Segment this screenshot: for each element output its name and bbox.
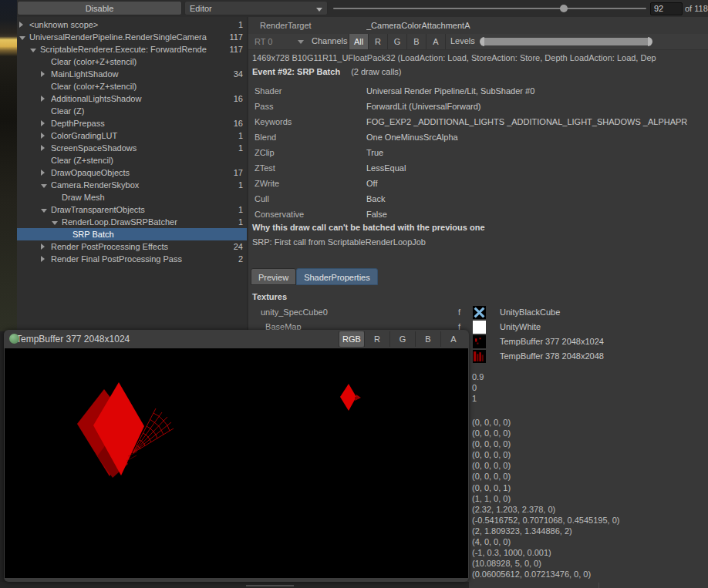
- tree-item[interactable]: ColorGradingLUT1: [17, 129, 247, 142]
- foldout-closed-icon[interactable]: [41, 96, 45, 102]
- foldout-closed-icon[interactable]: [41, 170, 45, 176]
- tree-item[interactable]: UniversalRenderPipeline.RenderSingleCame…: [17, 31, 247, 43]
- tree-item[interactable]: Draw Mesh: [17, 191, 247, 203]
- channel-r-button[interactable]: R: [368, 34, 387, 49]
- tab-preview[interactable]: Preview: [251, 268, 296, 285]
- foldout-closed-icon[interactable]: [41, 145, 45, 151]
- preview-channel-rgb-button[interactable]: RGB: [339, 331, 364, 347]
- frame-debugger-window: Disable Editor 92 of 118 <unknown scope>…: [0, 0, 708, 588]
- event-number-input[interactable]: 92: [650, 2, 683, 15]
- property-label: Conservative: [255, 207, 304, 222]
- foldout-closed-icon[interactable]: [41, 71, 45, 77]
- tree-item-label: UniversalRenderPipeline.RenderSingleCame…: [29, 31, 228, 43]
- tree-item[interactable]: DrawTransparentObjects1: [17, 203, 247, 216]
- preview-header[interactable]: TempBuffer 377 2048x1024 RGBRGBA: [4, 330, 469, 348]
- foldout-closed-icon[interactable]: [41, 256, 45, 262]
- tree-item-count: 34: [232, 68, 247, 80]
- tree-item[interactable]: AdditionalLightsShadow16: [17, 92, 247, 105]
- texture-preview-window: TempBuffer 377 2048x1024 RGBRGBA: [4, 330, 469, 582]
- tab-shaderproperties[interactable]: ShaderProperties: [296, 268, 378, 285]
- disable-button[interactable]: Disable: [17, 1, 182, 15]
- black-cube-texture-icon: [473, 306, 486, 319]
- preview-title: TempBuffer 377 2048x1024: [16, 334, 130, 344]
- foldout-closed-icon[interactable]: [41, 244, 45, 250]
- channel-g-button[interactable]: G: [387, 34, 406, 49]
- event-total-label: of 118: [685, 4, 708, 13]
- foldout-open-icon[interactable]: [41, 209, 47, 213]
- texture-name[interactable]: TempBuffer 378 2048x2048: [500, 351, 604, 361]
- tree-item[interactable]: Camera.RenderSkybox1: [17, 179, 247, 191]
- event-slider[interactable]: [333, 0, 646, 17]
- tree-item-label: Render Final PostProcessing Pass: [51, 253, 237, 265]
- render-target-value: _CameraColorAttachmentA: [366, 21, 470, 30]
- channel-b-button[interactable]: B: [406, 34, 426, 49]
- tree-item[interactable]: MainLightShadow34: [17, 68, 247, 80]
- channel-all-button[interactable]: All: [349, 34, 368, 49]
- tree-item-label: Clear (Z+stencil): [51, 154, 241, 166]
- tree-item[interactable]: Clear (color+Z+stencil): [17, 80, 247, 92]
- foldout-closed-icon[interactable]: [41, 133, 45, 139]
- tree-item[interactable]: SRP Batch: [17, 228, 247, 240]
- preview-channel-r-button[interactable]: R: [364, 331, 389, 347]
- tree-item[interactable]: Clear (color+Z+stencil): [17, 55, 247, 68]
- event-title: Event #92: SRP Batch: [252, 67, 340, 76]
- foldout-closed-icon[interactable]: [19, 22, 23, 28]
- channels-toolbar: RT 0 Channels AllRGBA Levels: [248, 34, 708, 50]
- tree-item[interactable]: Render Final PostProcessing Pass2: [17, 253, 247, 265]
- tree-item[interactable]: Clear (Z+stencil): [17, 154, 247, 166]
- shader-property-row: ZClipTrue: [248, 145, 708, 160]
- texture-property-name: unity_SpecCube0: [261, 307, 328, 317]
- shader-property-row: ZTestLessEqual: [248, 160, 708, 176]
- levels-max-handle[interactable]: [648, 37, 652, 46]
- tree-item-count: 117: [228, 43, 247, 55]
- tree-item-label: AdditionalLightsShadow: [51, 92, 232, 105]
- levels-min-handle[interactable]: [480, 37, 484, 46]
- tree-item[interactable]: Render PostProcessing Effects24: [17, 240, 247, 253]
- shader-property-row: KeywordsFOG_EXP2 _ADDITIONAL_LIGHTS _ADD…: [248, 114, 708, 129]
- shader-property-row: CullBack: [248, 191, 708, 207]
- top-toolbar: Disable Editor 92 of 118: [17, 0, 708, 18]
- levels-range-fill: [484, 38, 648, 45]
- property-value: LessEqual: [366, 160, 708, 176]
- foldout-open-icon[interactable]: [41, 184, 47, 188]
- property-label: Cull: [255, 191, 269, 207]
- resize-handle[interactable]: [246, 585, 294, 586]
- foldout-open-icon[interactable]: [30, 49, 36, 52]
- event-slider-thumb[interactable]: [560, 5, 568, 12]
- property-value: False: [366, 207, 708, 222]
- preview-channel-a-button[interactable]: A: [440, 331, 466, 347]
- tree-item-label: SRP Batch: [72, 228, 241, 240]
- texture-name[interactable]: UnityWhite: [500, 322, 541, 331]
- foldout-open-icon[interactable]: [52, 221, 58, 225]
- tree-item[interactable]: ScreenSpaceShadows1: [17, 142, 247, 154]
- vector-value: (-0.5416752, 0.7071068, 0.4545195, 0): [472, 515, 619, 526]
- tree-item[interactable]: ScriptableRenderer.Execute: ForwardRende…: [17, 43, 247, 55]
- tree-item[interactable]: <unknown scope>1: [17, 18, 247, 31]
- tree-item-count: 24: [232, 240, 247, 253]
- tree-item[interactable]: DepthPrepass16: [17, 117, 247, 129]
- preview-channel-b-button[interactable]: B: [415, 331, 440, 347]
- property-label: ZWrite: [255, 176, 279, 191]
- vector-value-list: (0, 0, 0, 0)(0, 0, 0, 0)(0, 0, 0, 0)(0, …: [472, 417, 619, 580]
- foldout-closed-icon[interactable]: [41, 120, 45, 126]
- preview-channel-g-button[interactable]: G: [389, 331, 415, 347]
- tree-item-label: DepthPrepass: [51, 117, 232, 129]
- tree-item[interactable]: Clear (Z): [17, 105, 247, 117]
- levels-range-slider[interactable]: [480, 37, 652, 46]
- property-label: Keywords: [255, 114, 292, 129]
- rt-index-dropdown[interactable]: RT 0: [255, 35, 307, 48]
- event-heading: Event #92: SRP Batch(2 draw calls): [252, 67, 402, 76]
- vector-value: (0.06005612, 0.07213476, 0, 0): [472, 569, 619, 580]
- target-selector-dropdown[interactable]: Editor: [184, 1, 328, 15]
- tree-item-count: 117: [228, 31, 247, 43]
- tree-item[interactable]: DrawOpaqueObjects17: [17, 166, 247, 179]
- channel-a-button[interactable]: A: [426, 34, 446, 49]
- tree-item[interactable]: RenderLoop.DrawSRPBatcher1: [17, 216, 247, 228]
- foldout-open-icon[interactable]: [19, 36, 25, 40]
- tree-item-label: MainLightShadow: [51, 68, 232, 80]
- event-slider-track[interactable]: [333, 8, 646, 9]
- vector-value: (-1, 0.3, 1000, 0.001): [472, 547, 619, 558]
- texture-name[interactable]: TempBuffer 377 2048x1024: [500, 337, 604, 346]
- texture-name[interactable]: UnityBlackCube: [500, 307, 560, 317]
- texture-preview-canvas[interactable]: [5, 348, 468, 578]
